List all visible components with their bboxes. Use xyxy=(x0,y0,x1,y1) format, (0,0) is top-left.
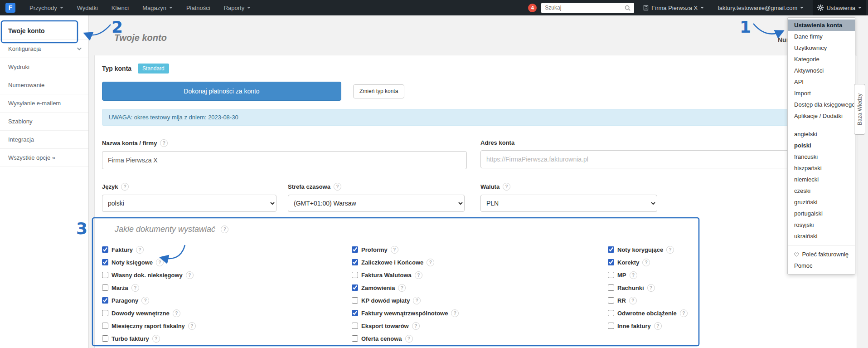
user-email-menu[interactable]: faktury.testowanie@gmail.com xyxy=(713,0,808,15)
menu-item-aktywnosci[interactable]: Aktywności xyxy=(788,65,855,76)
help-icon[interactable]: ? xyxy=(415,271,422,279)
help-icon[interactable]: ? xyxy=(666,246,674,254)
help-icon[interactable]: ? xyxy=(405,335,413,343)
help-icon[interactable]: ? xyxy=(152,335,160,343)
menu-lang-niemiecki[interactable]: niemiecki xyxy=(788,174,855,185)
menu-lang-rosyjski[interactable]: rosyjski xyxy=(788,219,855,230)
doc-item-rr[interactable]: RR ? xyxy=(608,294,849,307)
doc-item-paragony[interactable]: Paragony ? xyxy=(102,294,352,307)
doc-item-oferta-cenowa[interactable]: Oferta cenowa ? xyxy=(352,332,608,345)
doc-checkbox[interactable] xyxy=(352,323,358,329)
currency-select[interactable]: PLN xyxy=(480,195,657,212)
menu-lang-hiszpanski[interactable]: hiszpański xyxy=(788,162,855,174)
doc-checkbox[interactable] xyxy=(352,272,358,278)
doc-checkbox[interactable] xyxy=(352,284,358,291)
help-icon[interactable]: ? xyxy=(334,183,341,191)
doc-checkbox[interactable] xyxy=(608,272,614,278)
doc-item-zaliczkowe[interactable]: Zaliczkowe i Końcowe ? xyxy=(352,256,608,269)
menu-item-dostep-dla-ksiegowego[interactable]: Dostęp dla księgowego xyxy=(788,99,855,110)
menu-item-uzytkownicy[interactable]: Użytkownicy xyxy=(788,42,855,54)
doc-checkbox[interactable] xyxy=(608,284,614,291)
doc-checkbox[interactable] xyxy=(352,335,358,342)
search-icon[interactable] xyxy=(625,5,630,11)
doc-item-noty-ksiegowe[interactable]: Noty księgowe ? xyxy=(102,256,352,269)
doc-checkbox[interactable] xyxy=(102,297,108,304)
doc-item-miesieczny-raport[interactable]: Miesięczny raport fiskalny ? xyxy=(102,319,352,332)
settings-menu-button[interactable]: Ustawienia xyxy=(813,0,866,15)
menu-item-polec-fakturownie[interactable]: Poleć fakturownię xyxy=(788,249,855,260)
change-account-type-button[interactable]: Zmień typ konta xyxy=(353,84,404,98)
doc-checkbox[interactable] xyxy=(102,335,108,342)
menu-lang-angielski[interactable]: angielski xyxy=(788,128,855,140)
doc-item-faktury-wewnatrzwspolnotowe[interactable]: Faktury wewnątrzwspólnotowe ? xyxy=(352,307,608,319)
doc-checkbox[interactable] xyxy=(608,297,614,304)
doc-checkbox[interactable] xyxy=(608,259,614,265)
language-select[interactable]: polski xyxy=(102,195,276,212)
help-icon[interactable]: ? xyxy=(451,309,459,317)
menu-lang-gruzinski[interactable]: gruziński xyxy=(788,196,855,208)
doc-item-wlasny-dok[interactable]: Własny dok. nieksięgowy ? xyxy=(102,269,352,281)
sidebar-item-wszystkie-opcje[interactable]: Wszystkie opcje » xyxy=(0,149,88,167)
doc-item-proformy[interactable]: Proformy ? xyxy=(352,243,608,256)
sidebar-item-numerowanie[interactable]: Numerowanie xyxy=(0,76,88,94)
menu-item-dane-firmy[interactable]: Dane firmy xyxy=(788,31,855,42)
menu-item-aplikacje-dodatki[interactable]: Aplikacje / Dodatki xyxy=(788,110,855,122)
help-icon[interactable]: ? xyxy=(188,322,196,330)
doc-item-faktury[interactable]: Faktury ? xyxy=(102,243,352,256)
nav-magazyn[interactable]: Magazyn xyxy=(136,0,179,15)
help-icon[interactable]: ? xyxy=(503,183,510,191)
sidebar-item-wysylanie[interactable]: Wysyłanie e-mailem xyxy=(0,94,88,113)
doc-item-turbo-faktury[interactable]: Turbo faktury ? xyxy=(102,332,352,345)
help-icon[interactable]: ? xyxy=(680,309,688,317)
doc-checkbox[interactable] xyxy=(608,246,614,253)
menu-item-kategorie[interactable]: Kategorie xyxy=(788,54,855,65)
menu-lang-ukrainski[interactable]: ukraiński xyxy=(788,230,855,242)
help-icon[interactable]: ? xyxy=(173,309,180,317)
doc-checkbox[interactable] xyxy=(102,323,108,329)
sidebar-item-konfiguracja[interactable]: Konfiguracja xyxy=(0,40,88,58)
doc-item-eksport-towarow[interactable]: Eksport towarów ? xyxy=(352,319,608,332)
pay-for-account-button[interactable]: Dokonaj płatności za konto xyxy=(102,82,341,101)
doc-checkbox[interactable] xyxy=(608,323,614,329)
doc-item-odwrotne-obciazenie[interactable]: Odwrotne obciążenie ? xyxy=(608,307,849,319)
account-name-input[interactable] xyxy=(102,151,467,169)
menu-lang-portugalski[interactable]: portugalski xyxy=(788,208,855,219)
doc-item-kp-dowod[interactable]: KP dowód wpłaty ? xyxy=(352,294,608,307)
nav-klienci[interactable]: Klienci xyxy=(105,0,136,15)
company-selector[interactable]: Firma Pierwsza X xyxy=(639,0,708,15)
doc-checkbox[interactable] xyxy=(102,259,108,265)
help-icon[interactable]: ? xyxy=(121,183,129,191)
help-icon[interactable]: ? xyxy=(427,259,434,266)
help-icon[interactable]: ? xyxy=(141,297,149,304)
menu-item-pomoc[interactable]: Pomoc xyxy=(788,260,855,271)
doc-checkbox[interactable] xyxy=(352,310,358,316)
help-icon[interactable]: ? xyxy=(221,225,228,233)
nav-wydatki[interactable]: Wydatki xyxy=(70,0,105,15)
help-icon[interactable]: ? xyxy=(629,297,637,304)
doc-item-faktura-walutowa[interactable]: Faktura Walutowa ? xyxy=(352,269,608,281)
help-icon[interactable]: ? xyxy=(131,284,139,292)
menu-lang-francuski[interactable]: francuski xyxy=(788,151,855,162)
doc-checkbox[interactable] xyxy=(608,310,614,316)
doc-item-marza[interactable]: Marża ? xyxy=(102,281,352,294)
knowledge-base-tab[interactable]: Baza Wiedzy xyxy=(854,84,865,135)
sidebar-item-wydruki[interactable]: Wydruki xyxy=(0,58,88,76)
doc-checkbox[interactable] xyxy=(102,310,108,316)
doc-checkbox[interactable] xyxy=(102,246,108,253)
sidebar-item-twoje-konto[interactable]: Twoje konto xyxy=(0,22,88,40)
doc-item-dowody-wewnetrzne[interactable]: Dowody wewnętrzne ? xyxy=(102,307,352,319)
search-input[interactable] xyxy=(545,5,625,11)
doc-item-zamowienia[interactable]: Zamówienia ? xyxy=(352,281,608,294)
help-icon[interactable]: ? xyxy=(391,246,398,254)
help-icon[interactable]: ? xyxy=(647,284,655,292)
notification-badge[interactable]: 4 xyxy=(528,4,537,12)
doc-checkbox[interactable] xyxy=(352,246,358,253)
doc-checkbox[interactable] xyxy=(352,297,358,304)
menu-lang-czeski[interactable]: czeski xyxy=(788,185,855,196)
doc-checkbox[interactable] xyxy=(102,284,108,291)
help-icon[interactable]: ? xyxy=(412,322,420,330)
nav-przychody[interactable]: Przychody xyxy=(23,0,70,15)
doc-item-inne-faktury[interactable]: Inne faktury ? xyxy=(608,319,849,332)
menu-item-import[interactable]: Import xyxy=(788,88,855,99)
help-icon[interactable]: ? xyxy=(160,139,168,147)
